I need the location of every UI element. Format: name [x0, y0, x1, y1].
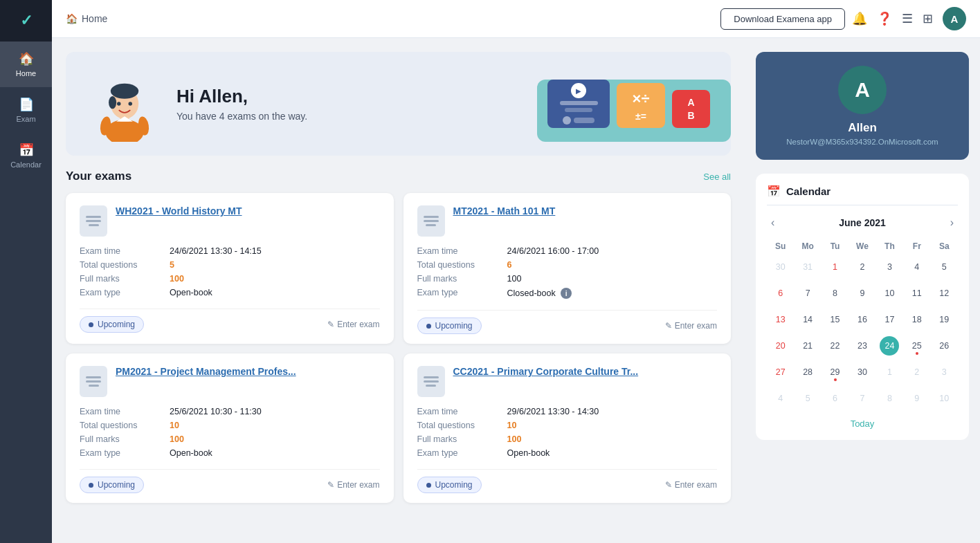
badge-dot-mt [426, 324, 431, 329]
total-q-value-mt: 6 [507, 260, 718, 270]
help-icon[interactable]: ❓ [877, 11, 892, 26]
bar2 [565, 108, 592, 112]
calendar-day[interactable]: 5 [794, 385, 821, 412]
exam-details-mt2021: Exam time 24/6/2021 16:00 - 17:00 Total … [417, 246, 718, 299]
next-month-button[interactable]: › [946, 215, 958, 230]
full-marks-label: Full marks [80, 274, 170, 284]
calendar-day[interactable]: 13 [767, 306, 794, 333]
svg-point-0 [106, 120, 144, 142]
calendar-day[interactable]: 31 [794, 254, 821, 280]
doc-line3 [89, 385, 99, 387]
exam-title-cc2021[interactable]: CC2021 - Primary Corporate Culture Tr... [453, 366, 639, 377]
exam-card-footer-wh2021: Upcoming ✎ Enter exam [80, 309, 380, 333]
calendar-day[interactable]: 24 [876, 333, 903, 359]
math-illustration: ×÷ ±= [617, 83, 665, 128]
full-marks-label-pm: Full marks [80, 434, 170, 444]
exam-card-pm2021: PM2021 - Project Management Profes... Ex… [66, 353, 394, 503]
calendar-day[interactable]: 3 [931, 359, 958, 385]
doc-line3 [426, 385, 436, 387]
calendar-day[interactable]: 8 [876, 385, 903, 412]
doc-line1 [86, 216, 101, 218]
calendar-day[interactable]: 11 [903, 280, 930, 306]
svg-point-6 [129, 102, 133, 106]
calendar-day[interactable]: 2 [903, 359, 930, 385]
calendar-day[interactable]: 5 [931, 254, 958, 280]
sidebar-item-calendar[interactable]: 📅 Calendar [0, 133, 52, 178]
exam-time-value: 24/6/2021 13:30 - 14:15 [170, 246, 380, 256]
user-avatar[interactable]: A [943, 7, 966, 30]
calendar-day[interactable]: 9 [849, 280, 875, 306]
day-header-tu: Tu [822, 239, 849, 254]
calendar-icon: 📅 [19, 142, 34, 158]
calendar-day[interactable]: 7 [849, 385, 875, 412]
calendar-day[interactable]: 12 [931, 280, 958, 306]
doc-line1 [424, 216, 439, 218]
calendar-day[interactable]: 7 [794, 280, 821, 306]
enter-exam-link-pm2021[interactable]: ✎ Enter exam [327, 480, 379, 490]
calendar-day[interactable]: 16 [849, 306, 875, 333]
calendar-day[interactable]: 23 [849, 333, 875, 359]
calendar-day[interactable]: 29 [822, 359, 849, 385]
calendar-day[interactable]: 1 [822, 254, 849, 280]
calendar-day[interactable]: 20 [767, 333, 794, 359]
enter-exam-link-mt2021[interactable]: ✎ Enter exam [665, 321, 717, 331]
see-all-link[interactable]: See all [703, 172, 731, 182]
breadcrumb-text: Home [82, 13, 107, 24]
exam-time-value-mt: 24/6/2021 16:00 - 17:00 [507, 246, 718, 256]
calendar-day[interactable]: 6 [767, 280, 794, 306]
sidebar-home-label: Home [16, 69, 36, 77]
doc-line2 [424, 380, 439, 383]
exam-doc-icon [80, 205, 107, 237]
calendar-day[interactable]: 4 [903, 254, 930, 280]
calendar-day[interactable]: 18 [903, 306, 930, 333]
calendar-day[interactable]: 30 [767, 254, 794, 280]
sidebar-item-exam[interactable]: 📄 Exam [0, 87, 52, 133]
calendar-day[interactable]: 10 [876, 280, 903, 306]
calendar-day[interactable]: 2 [849, 254, 875, 280]
exam-title-pm2021[interactable]: PM2021 - Project Management Profes... [116, 366, 296, 377]
notifications-icon[interactable]: 🔔 [852, 11, 867, 26]
calendar-day[interactable]: 30 [849, 359, 875, 385]
exams-header: Your exams See all [66, 169, 731, 183]
exam-type-label-cc: Exam type [417, 448, 507, 458]
calendar-day[interactable]: 9 [903, 385, 930, 412]
calendar-day[interactable]: 8 [822, 280, 849, 306]
exam-title-wh2021[interactable]: WH2021 - World History MT [116, 205, 242, 217]
enter-icon-pm: ✎ [327, 480, 334, 490]
calendar-day[interactable]: 26 [931, 333, 958, 359]
bar1 [560, 101, 598, 105]
prev-month-button[interactable]: ‹ [767, 215, 779, 230]
subtitle-text: You have 4 exams on the way. [176, 111, 307, 122]
exam-title-mt2021[interactable]: MT2021 - Math 101 MT [453, 205, 556, 217]
calendar-day[interactable]: 17 [876, 306, 903, 333]
enter-exam-link-cc2021[interactable]: ✎ Enter exam [665, 480, 717, 490]
calendar-day[interactable]: 3 [876, 254, 903, 280]
today-link[interactable]: Today [767, 418, 958, 429]
profile-email: NestorW@M365x934392.OnMicrosoft.com [786, 138, 938, 146]
download-app-button[interactable]: Download Examena app [720, 8, 845, 30]
calendar-day[interactable]: 4 [767, 385, 794, 412]
day-header-fr: Fr [903, 239, 930, 254]
banner-text: Hi Allen, You have 4 exams on the way. [176, 86, 307, 122]
grid-icon[interactable]: ⊞ [923, 11, 933, 26]
calendar-day[interactable]: 19 [931, 306, 958, 333]
sidebar-item-home[interactable]: 🏠 Home [0, 42, 52, 87]
day-header-mo: Mo [794, 239, 821, 254]
calendar-day[interactable]: 6 [822, 385, 849, 412]
calendar-day[interactable]: 21 [794, 333, 821, 359]
calendar-day[interactable]: 10 [931, 385, 958, 412]
breadcrumb: 🏠 Home [66, 13, 714, 24]
calendar-day[interactable]: 22 [822, 333, 849, 359]
calendar-day[interactable]: 25 [903, 333, 930, 359]
calendar-day[interactable]: 28 [794, 359, 821, 385]
calendar-day[interactable]: 15 [822, 306, 849, 333]
calendar-day[interactable]: 27 [767, 359, 794, 385]
enter-exam-link-wh2021[interactable]: ✎ Enter exam [327, 320, 379, 329]
calendar-day[interactable]: 14 [794, 306, 821, 333]
total-q-label-cc: Total questions [417, 421, 507, 430]
doc-line1 [86, 376, 101, 378]
calendar-day[interactable]: 1 [876, 359, 903, 385]
exam-card-header-mt: MT2021 - Math 101 MT [417, 205, 718, 237]
full-marks-value-mt: 100 [507, 274, 718, 284]
list-icon[interactable]: ☰ [902, 11, 913, 26]
